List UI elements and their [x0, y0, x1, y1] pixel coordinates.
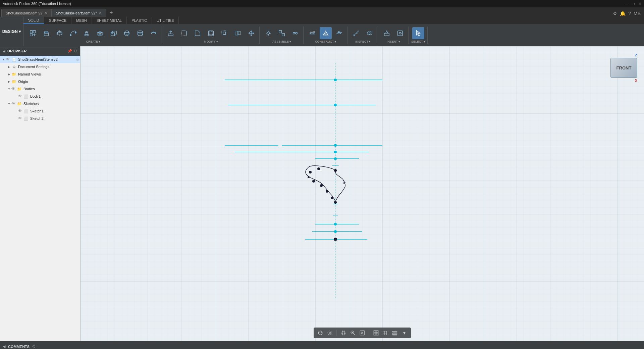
svg-rect-107	[374, 333, 376, 335]
view-cube[interactable]: Z FRONT X	[610, 53, 637, 80]
svg-rect-59	[80, 46, 644, 341]
create-label[interactable]: CREATE ▾	[86, 40, 101, 43]
maximize-button[interactable]: □	[631, 1, 636, 6]
modify-label[interactable]: MODIFY ▾	[204, 40, 218, 43]
browser-collapse-button[interactable]: ◀	[3, 49, 5, 53]
sketches-label: Sketches	[23, 102, 79, 106]
pipe-button[interactable]	[148, 27, 160, 39]
comments-collapse-button[interactable]: ◀	[3, 344, 5, 349]
tree-item-root[interactable]: ▼ 👁 📄 ShotGlassHeartStem v2 ⊙	[0, 56, 80, 63]
press-pull-button[interactable]	[165, 27, 177, 39]
extrude-button[interactable]	[40, 27, 52, 39]
tree-item-origin[interactable]: ▶ 📁 Origin	[0, 78, 80, 85]
sphere-button[interactable]	[121, 27, 133, 39]
tree-item-sketch2[interactable]: ▶ 👁 ⬜ Sketch2	[0, 115, 80, 122]
eye-icon-sketches[interactable]: 👁	[11, 101, 16, 106]
eye-icon-body1[interactable]: 👁	[18, 94, 23, 99]
inspect-label[interactable]: INSPECT ▾	[355, 40, 371, 43]
eye-icon-sketch1[interactable]: 👁	[18, 109, 23, 113]
construct-label[interactable]: CONSTRUCT ▾	[315, 40, 336, 43]
interference-button[interactable]	[364, 27, 376, 39]
revolve-button[interactable]	[54, 27, 66, 39]
svg-rect-105	[374, 331, 376, 333]
box-button[interactable]	[107, 27, 119, 39]
viewport-orbit-button[interactable]	[316, 329, 324, 337]
new-component-button[interactable]	[27, 27, 39, 39]
inspect-icons	[350, 27, 376, 39]
rigid-group-button[interactable]	[276, 27, 288, 39]
design-menu-button[interactable]: DESIGN ▾	[0, 17, 23, 46]
browser-pin-button[interactable]: 📌	[67, 49, 72, 53]
joint-button[interactable]	[262, 27, 274, 39]
cylinder-button[interactable]	[134, 27, 146, 39]
tab-shotglassheartstem[interactable]: ShotGlassHeartStem v2* ✕	[51, 9, 106, 17]
insert-mesh-button[interactable]	[381, 27, 393, 39]
grid	[80, 46, 644, 341]
offset-plane-button[interactable]	[306, 27, 318, 39]
more-options-button[interactable]: ▾	[400, 329, 408, 337]
front-face[interactable]: FRONT	[610, 58, 637, 78]
svg-rect-41	[279, 30, 281, 33]
new-tab-button[interactable]: +	[107, 9, 115, 17]
tree-item-named-views[interactable]: ▶ 📁 Named Views	[0, 70, 80, 78]
combine-button[interactable]	[232, 27, 244, 39]
viewport-settings-button[interactable]	[391, 329, 399, 337]
tab-close-active-icon[interactable]: ✕	[99, 11, 102, 15]
select-label[interactable]: SELECT ▾	[411, 40, 425, 43]
fit-button[interactable]	[358, 329, 366, 337]
tab-plastic[interactable]: PLASTIC	[127, 17, 152, 24]
insert-svg-button[interactable]	[394, 27, 406, 39]
tab-user-icon[interactable]: MB	[633, 10, 641, 17]
shell-button[interactable]	[205, 27, 217, 39]
minimize-button[interactable]: ─	[624, 1, 629, 6]
tab-sheet-metal[interactable]: SHEET METAL	[92, 17, 127, 24]
hole-button[interactable]	[94, 27, 106, 39]
grid-display-button[interactable]	[381, 329, 389, 337]
insert-label[interactable]: INSERT ▾	[387, 40, 400, 43]
x-axis-area: X	[610, 79, 637, 83]
scale-button[interactable]	[218, 27, 230, 39]
tab-mesh[interactable]: MESH	[71, 17, 92, 24]
chamfer-button[interactable]	[192, 27, 204, 39]
tab-surface[interactable]: SURFACE	[44, 17, 71, 24]
measure-button[interactable]	[350, 27, 362, 39]
tab-solid[interactable]: SOLID	[23, 17, 44, 24]
pan-button[interactable]	[339, 329, 347, 337]
eye-icon-root[interactable]: 👁	[6, 57, 11, 62]
tree-item-sketches[interactable]: ▼ 👁 📁 Sketches	[0, 100, 80, 107]
svg-point-36	[267, 32, 269, 34]
zoom-button[interactable]	[349, 329, 357, 337]
create-group: CREATE ▾	[25, 27, 162, 44]
svg-point-24	[124, 32, 129, 34]
comments-options-button[interactable]: ⊙	[32, 344, 36, 349]
tab-shotglassballstem[interactable]: ShotGlassBallStem v2 ✕	[1, 9, 51, 17]
tree-item-sketch1[interactable]: ▶ 👁 ⬜ Sketch1	[0, 107, 80, 115]
move-button[interactable]	[245, 27, 257, 39]
comments-bar: ◀ COMMENTS ⊙	[0, 341, 644, 349]
fillet-button[interactable]	[178, 27, 190, 39]
tree-item-doc-settings[interactable]: ▶ ⚙ Document Settings	[0, 63, 80, 70]
look-at-button[interactable]	[326, 329, 334, 337]
tab-utilities[interactable]: UTILITIES	[152, 17, 179, 24]
sweep-button[interactable]	[67, 27, 79, 39]
browser-options-button[interactable]: ⊙	[74, 49, 77, 53]
as-built-joint-button[interactable]	[289, 27, 301, 39]
loft-button[interactable]	[80, 27, 93, 39]
assemble-label[interactable]: ASSEMBLE ▾	[272, 40, 291, 43]
eye-icon-sketch2[interactable]: 👁	[18, 116, 23, 121]
tangent-plane-button[interactable]	[333, 27, 345, 39]
select-button[interactable]	[412, 27, 424, 39]
display-mode-button[interactable]	[372, 329, 380, 337]
root-options-icon[interactable]: ⊙	[76, 58, 79, 61]
tab-help-icon[interactable]: ?	[628, 10, 632, 17]
viewport[interactable]: Z FRONT X	[80, 46, 644, 341]
close-button[interactable]: ✕	[637, 1, 643, 6]
tree-item-bodies[interactable]: ▼ 👁 📁 Bodies	[0, 85, 80, 93]
svg-point-82	[331, 197, 333, 199]
tab-settings-icon[interactable]: ⚙	[612, 10, 618, 17]
plane-at-angle-button[interactable]	[320, 27, 332, 39]
eye-icon-bodies[interactable]: 👁	[11, 87, 16, 91]
tab-close-icon[interactable]: ✕	[44, 11, 47, 15]
tab-notification-icon[interactable]: 🔔	[619, 10, 626, 17]
tree-item-body1[interactable]: ▶ 👁 ⬜ Body1	[0, 93, 80, 100]
